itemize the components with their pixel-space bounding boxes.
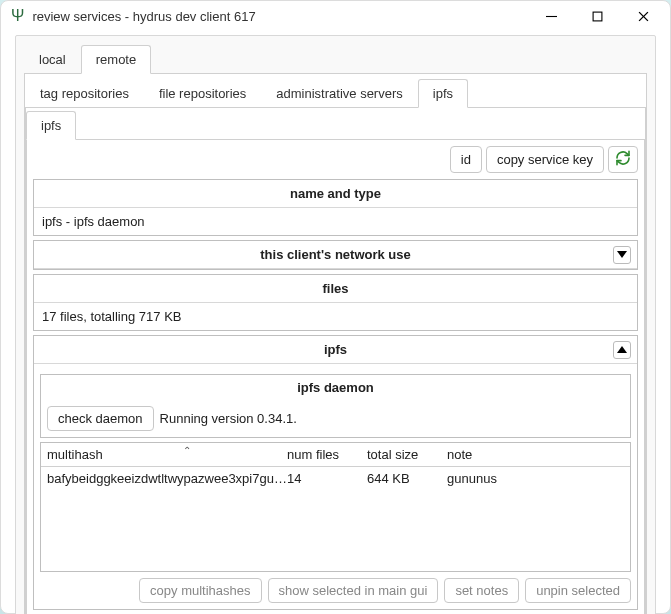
expand-network-use-button[interactable] [613, 246, 631, 264]
panel-ipfs-daemon: ipfs daemon check daemon Running version… [40, 374, 631, 438]
close-button[interactable] [620, 1, 666, 31]
cell-numfiles: 14 [287, 471, 367, 486]
tab-file-repositories[interactable]: file repositories [144, 79, 261, 108]
panel-files: files 17 files, totalling 717 KB [33, 274, 638, 331]
review-services-window: Ψ review services - hydrus dev client 61… [0, 0, 671, 614]
multihash-list[interactable]: multihash⌃ num files total size note baf… [40, 442, 631, 572]
panel-ipfs: ipfs ipfs daemon check daemon Running ve… [33, 335, 638, 610]
tab-tag-repositories[interactable]: tag repositories [25, 79, 144, 108]
titlebar: Ψ review services - hydrus dev client 61… [1, 1, 670, 31]
tabpage-remote: tag repositories file repositories admin… [24, 74, 647, 614]
daemon-title: ipfs daemon [41, 375, 630, 400]
copy-multihashes-button[interactable]: copy multihashes [139, 578, 261, 603]
name-type-value: ipfs - ipfs daemon [34, 208, 637, 235]
col-numfiles[interactable]: num files [287, 447, 367, 462]
ipfs-title: ipfs [324, 342, 347, 357]
tabpage-ipfs: ipfs id copy service key [25, 108, 646, 614]
client-area: local remote tag repositories file repos… [15, 35, 656, 614]
tabrow-inner: ipfs [26, 108, 645, 140]
cell-note: gununus [447, 471, 624, 486]
tab-ipfs[interactable]: ipfs [418, 79, 468, 108]
refresh-button[interactable] [608, 146, 638, 173]
network-use-title: this client's network use [260, 247, 410, 262]
service-toolbar: id copy service key [33, 146, 638, 173]
tabpage-inner-ipfs: id copy service key [26, 140, 645, 614]
tab-remote[interactable]: remote [81, 45, 151, 74]
files-value: 17 files, totalling 717 KB [34, 303, 637, 330]
svg-rect-1 [593, 12, 602, 21]
window-controls [528, 1, 666, 31]
show-selected-button[interactable]: show selected in main gui [268, 578, 439, 603]
panel-title-name-type: name and type [34, 180, 637, 208]
panel-title-ipfs: ipfs [34, 336, 637, 364]
tabrow-mid: tag repositories file repositories admin… [25, 74, 646, 108]
col-note[interactable]: note [447, 447, 624, 462]
maximize-button[interactable] [574, 1, 620, 31]
collapse-ipfs-button[interactable] [613, 341, 631, 359]
tabrow-top: local remote [24, 44, 647, 74]
unpin-selected-button[interactable]: unpin selected [525, 578, 631, 603]
cell-multihash: bafybeidggkeeizdwtltwypazwee3xpi7guler..… [47, 471, 287, 486]
list-actions: copy multihashes show selected in main g… [40, 578, 631, 603]
sort-indicator-icon: ⌃ [183, 445, 191, 456]
id-button[interactable]: id [450, 146, 482, 173]
app-icon: Ψ [11, 7, 24, 25]
set-notes-button[interactable]: set notes [444, 578, 519, 603]
cell-totalsize: 644 KB [367, 471, 447, 486]
panel-name-and-type: name and type ipfs - ipfs daemon [33, 179, 638, 236]
list-row[interactable]: bafybeidggkeeizdwtltwypazwee3xpi7guler..… [41, 467, 630, 490]
panel-title-network-use: this client's network use [34, 241, 637, 269]
panel-title-files: files [34, 275, 637, 303]
inner-content: id copy service key [27, 140, 644, 614]
list-body: bafybeidggkeeizdwtltwypazwee3xpi7guler..… [41, 467, 630, 571]
col-totalsize[interactable]: total size [367, 447, 447, 462]
tab-administrative-servers[interactable]: administrative servers [261, 79, 417, 108]
copy-service-key-button[interactable]: copy service key [486, 146, 604, 173]
daemon-status: Running version 0.34.1. [160, 411, 297, 426]
chevron-up-icon [617, 346, 627, 353]
list-header[interactable]: multihash⌃ num files total size note [41, 443, 630, 467]
chevron-down-icon [617, 251, 627, 258]
tab-ipfs-inner[interactable]: ipfs [26, 111, 76, 140]
ipfs-body: ipfs daemon check daemon Running version… [34, 364, 637, 609]
col-multihash[interactable]: multihash⌃ [47, 447, 287, 462]
panel-network-use: this client's network use [33, 240, 638, 270]
tab-local[interactable]: local [24, 45, 81, 74]
window-title: review services - hydrus dev client 617 [32, 9, 528, 24]
check-daemon-button[interactable]: check daemon [47, 406, 154, 431]
daemon-body: check daemon Running version 0.34.1. [41, 400, 630, 437]
minimize-button[interactable] [528, 1, 574, 31]
